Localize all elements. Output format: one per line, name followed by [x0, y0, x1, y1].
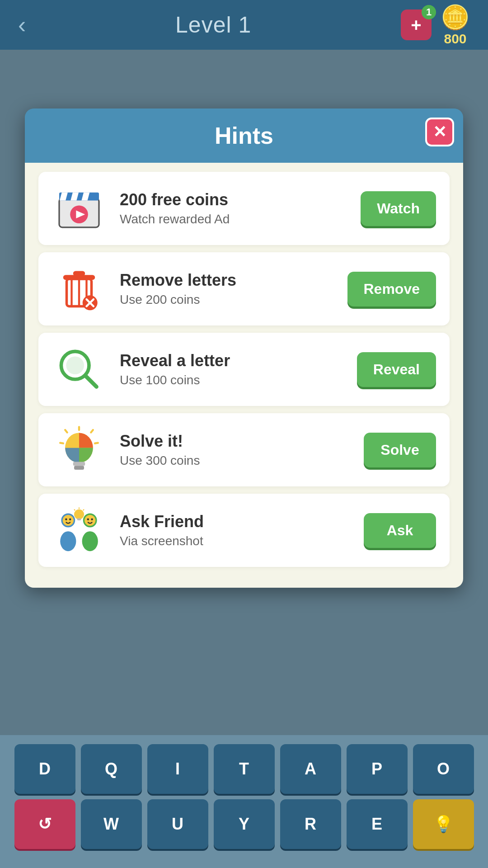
hints-modal: Hints ✕ — [25, 108, 463, 588]
solve-icon-area — [52, 425, 106, 475]
svg-point-18 — [66, 356, 84, 374]
hint-text-ask: Ask Friend Via screenshot — [120, 512, 350, 548]
modal-title: Hints — [215, 123, 273, 149]
svg-line-17 — [85, 376, 96, 387]
hint-text-solve: Solve it! Use 300 coins — [120, 432, 350, 468]
coins-display: 🪙 800 — [441, 4, 470, 47]
key-Y[interactable]: Y — [214, 799, 275, 849]
svg-point-37 — [74, 509, 84, 519]
reveal-icon-area — [52, 344, 106, 394]
friends-icon — [54, 505, 104, 555]
solve-button[interactable]: Solve — [364, 433, 436, 467]
magnify-icon — [54, 344, 104, 394]
trash-icon — [54, 264, 104, 314]
hint-desc-ask: Via screenshot — [120, 534, 350, 548]
hint-name-watch: 200 free coins — [120, 190, 347, 209]
hint-text-remove: Remove letters Use 200 coins — [120, 271, 334, 307]
key-O[interactable]: O — [413, 744, 474, 794]
key-U[interactable]: U — [147, 799, 208, 849]
key-R[interactable]: R — [280, 799, 341, 849]
key-Q[interactable]: Q — [81, 744, 142, 794]
svg-point-28 — [63, 515, 74, 526]
close-button[interactable]: ✕ — [425, 118, 454, 146]
key-W[interactable]: W — [81, 799, 142, 849]
svg-point-33 — [84, 515, 95, 526]
hint-row-watch: 200 free coins Watch rewarded Ad Watch — [38, 172, 450, 245]
key-hint[interactable]: 💡 — [413, 799, 474, 849]
watch-button[interactable]: Watch — [361, 191, 436, 226]
hint-text-watch: 200 free coins Watch rewarded Ad — [120, 190, 347, 226]
badge-count: 1 — [422, 5, 436, 19]
svg-point-35 — [91, 519, 93, 520]
svg-point-34 — [87, 519, 89, 520]
svg-point-30 — [69, 519, 71, 520]
svg-line-26 — [60, 443, 63, 443]
coins-value: 800 — [444, 31, 466, 47]
svg-point-36 — [82, 531, 98, 551]
hint-row-reveal: Reveal a letter Use 100 coins Reveal — [38, 333, 450, 406]
svg-rect-21 — [74, 466, 84, 470]
hint-name-solve: Solve it! — [120, 432, 350, 451]
ask-button[interactable]: Ask — [364, 513, 436, 548]
remove-icon-area — [52, 264, 106, 314]
top-bar: ‹ Level 1 1 🪙 800 — [0, 0, 488, 50]
modal-body: 200 free coins Watch rewarded Ad Watch — [25, 163, 463, 588]
hint-desc-reveal: Use 100 coins — [120, 373, 343, 387]
svg-line-40 — [83, 509, 84, 510]
hint-name-reveal: Reveal a letter — [120, 351, 343, 370]
hint-row-remove: Remove letters Use 200 coins Remove — [38, 252, 450, 326]
top-right-area: 1 🪙 800 — [401, 4, 470, 47]
svg-line-23 — [91, 430, 93, 433]
key-row-1: D Q I T A P O — [9, 744, 479, 794]
hint-text-reveal: Reveal a letter Use 100 coins — [120, 351, 343, 387]
watch-icon-area — [52, 184, 106, 233]
key-P[interactable]: P — [347, 744, 408, 794]
ask-icon-area — [52, 505, 106, 555]
coins-icon: 🪙 — [441, 4, 470, 31]
key-refresh[interactable]: ↺ — [14, 799, 75, 849]
svg-line-25 — [65, 430, 67, 433]
key-E[interactable]: E — [347, 799, 408, 849]
reveal-button[interactable]: Reveal — [357, 352, 436, 387]
close-icon: ✕ — [433, 124, 446, 140]
svg-rect-20 — [73, 462, 85, 466]
back-button[interactable]: ‹ — [18, 11, 26, 38]
key-T[interactable]: T — [214, 744, 275, 794]
bulb-icon — [54, 425, 104, 475]
hint-desc-solve: Use 300 coins — [120, 453, 350, 468]
game-area: Hints ✕ — [0, 50, 488, 868]
key-A[interactable]: A — [280, 744, 341, 794]
svg-point-31 — [60, 531, 76, 551]
level-title: Level 1 — [175, 12, 251, 38]
hint-name-ask: Ask Friend — [120, 512, 350, 531]
remove-button[interactable]: Remove — [347, 272, 436, 307]
svg-rect-12 — [73, 271, 85, 276]
key-row-2: ↺ W U Y R E 💡 — [9, 799, 479, 849]
hint-desc-watch: Watch rewarded Ad — [120, 212, 347, 226]
plus-badge[interactable]: 1 — [401, 9, 432, 40]
key-I[interactable]: I — [147, 744, 208, 794]
svg-point-29 — [65, 519, 67, 520]
hint-row-ask: Ask Friend Via screenshot Ask — [38, 494, 450, 567]
clapper-icon — [54, 184, 104, 233]
hint-name-remove: Remove letters — [120, 271, 334, 290]
key-D[interactable]: D — [14, 744, 75, 794]
svg-line-24 — [95, 443, 98, 443]
hint-row-solve: Solve it! Use 300 coins Solve — [38, 413, 450, 486]
keyboard-area: D Q I T A P O ↺ W U Y R E 💡 — [0, 735, 488, 868]
hint-desc-remove: Use 200 coins — [120, 292, 334, 307]
modal-header: Hints ✕ — [25, 108, 463, 163]
svg-rect-38 — [77, 519, 81, 520]
svg-line-41 — [74, 509, 75, 510]
